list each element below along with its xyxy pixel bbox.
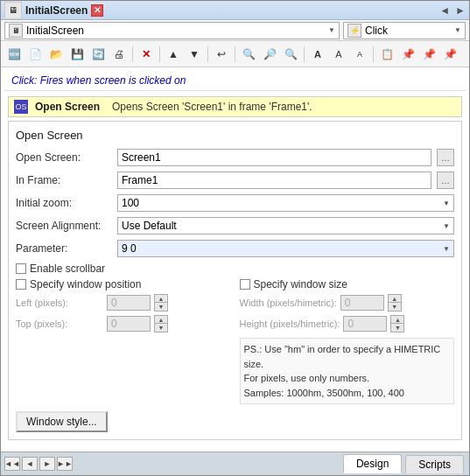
open-screen-input[interactable]: Screen1 (117, 149, 431, 166)
toolbar-print[interactable]: 🖨 (109, 45, 129, 64)
window-icon: 🖥 (4, 2, 22, 19)
initial-zoom-select[interactable]: 100 ▼ (117, 194, 454, 212)
bottom-nav: ◄◄ ◄ ► ►► Design Scripts (1, 452, 469, 475)
toolbar-down[interactable]: ▼ (185, 45, 204, 64)
height-down-arrow[interactable]: ▼ (391, 324, 403, 332)
screen-dropdown-arrow: ▼ (328, 26, 335, 34)
event-dropdown[interactable]: ⚡ Click ▼ (343, 22, 466, 39)
height-up-arrow[interactable]: ▲ (391, 316, 403, 324)
tab-scripts[interactable]: Scripts (405, 455, 464, 473)
open-screen-row: Open Screen: Screen1 … (16, 149, 454, 166)
top-input[interactable]: 0 (107, 316, 151, 332)
toolbar-text3[interactable]: A (350, 45, 369, 64)
event-dropdown-arrow: ▼ (454, 26, 461, 34)
width-spinner-arrows: ▲ ▼ (388, 294, 402, 312)
enable-scrollbar-label: Enable scrollbar (30, 262, 105, 275)
left-down-arrow[interactable]: ▼ (155, 303, 167, 311)
left-input[interactable]: 0 (107, 295, 151, 311)
nav-next[interactable]: ► (39, 457, 55, 471)
event-dropdown-value: Click (365, 24, 388, 37)
toolbar-clip2[interactable]: 📌 (398, 45, 417, 64)
right-arrow[interactable]: ► (455, 4, 466, 17)
screen-dropdown[interactable]: 🖥 InitialScreen ▼ (4, 22, 340, 39)
in-frame-row: In Frame: Frame1 … (16, 172, 454, 189)
nav-arrows: ◄ ► (439, 4, 466, 17)
toolbar-sep5 (304, 46, 305, 62)
screen-alignment-select[interactable]: Use Default ▼ (117, 217, 454, 234)
toolbar-file1[interactable]: 📄 (25, 45, 45, 64)
action-desc: Opens Screen 'Screen1' in frame 'Frame1'… (112, 101, 312, 113)
main-window: 🖥 InitialScreen ✕ ◄ ► 🖥 InitialScreen ▼ … (0, 0, 470, 476)
in-frame-browse[interactable]: … (437, 172, 454, 189)
toolbar-clip4[interactable]: 📌 (440, 45, 459, 64)
left-arrow[interactable]: ◄ (439, 4, 450, 17)
toolbar-up[interactable]: ▲ (164, 45, 183, 64)
toolbar-find2[interactable]: 🔎 (260, 45, 279, 64)
left-spinner-row: Left (pixels): 0 ▲ ▼ (16, 294, 231, 312)
parameter-value: 9 0 (122, 242, 137, 255)
in-frame-input[interactable]: Frame1 (117, 172, 431, 189)
toolbar-text2[interactable]: A (329, 45, 348, 64)
dropdown-row: 🖥 InitialScreen ▼ ⚡ Click ▼ (1, 20, 469, 41)
toolbar-open[interactable]: 📂 (46, 45, 66, 64)
screen-alignment-value: Use Default (122, 220, 177, 232)
toolbar-sep3 (207, 46, 208, 62)
top-up-arrow[interactable]: ▲ (155, 316, 167, 324)
top-spinner-arrows: ▲ ▼ (154, 315, 168, 332)
height-value: 0 (347, 318, 354, 330)
specify-size-label: Specify window size (254, 278, 347, 290)
content-area: Click: Fires when screen is clicked on O… (1, 67, 469, 452)
specify-position-checkbox[interactable] (16, 279, 26, 290)
toolbar-clip1[interactable]: 📋 (377, 45, 396, 64)
note-text: PS.: Use "hm" in order to specify a HIME… (240, 338, 455, 404)
height-input[interactable]: 0 (343, 316, 387, 332)
parameter-input[interactable]: 9 0 ▼ (117, 240, 454, 257)
initial-zoom-arrow: ▼ (443, 200, 450, 207)
bottom-area: ◄◄ ◄ ► ►► Design Scripts (1, 452, 469, 475)
toolbar-save[interactable]: 💾 (67, 45, 87, 64)
in-frame-value: Frame1 (122, 174, 158, 186)
width-up-arrow[interactable]: ▲ (389, 295, 401, 303)
nav-first[interactable]: ◄◄ (4, 457, 20, 471)
toolbar-text1[interactable]: A (308, 45, 327, 64)
top-down-arrow[interactable]: ▼ (155, 324, 167, 332)
toolbar-find3[interactable]: 🔍 (281, 45, 300, 64)
toolbar-delete[interactable]: ✕ (137, 45, 156, 64)
section-title: Open Screen (16, 129, 454, 142)
width-down-arrow[interactable]: ▼ (389, 303, 401, 311)
toolbar-undo[interactable]: ↩ (212, 45, 231, 64)
left-up-arrow[interactable]: ▲ (155, 295, 167, 303)
specify-size-row: Specify window size (240, 278, 455, 290)
screen-alignment-row: Screen Alignment: Use Default ▼ (16, 217, 454, 234)
toolbar-sep2 (159, 46, 160, 62)
title-bar: 🖥 InitialScreen ✕ ◄ ► (1, 1, 469, 20)
initial-zoom-value: 100 (122, 197, 139, 209)
toolbar-clip3[interactable]: 📌 (419, 45, 438, 64)
parameter-label: Parameter: (16, 242, 112, 255)
open-screen-browse[interactable]: … (437, 149, 454, 166)
enable-scrollbar-checkbox[interactable] (16, 263, 26, 274)
initial-zoom-row: Initial zoom: 100 ▼ (16, 194, 454, 212)
toolbar-refresh[interactable]: 🔄 (88, 45, 108, 64)
nav-prev[interactable]: ◄ (22, 457, 38, 471)
toolbar-find1[interactable]: 🔍 (239, 45, 258, 64)
action-icon: OS (14, 100, 28, 114)
open-screen-label: Open Screen: (16, 151, 112, 164)
action-list-header: OS Open Screen Opens Screen 'Screen1' in… (8, 96, 462, 117)
specify-size-checkbox[interactable] (240, 279, 250, 290)
parameter-arrow: ▼ (443, 245, 450, 253)
height-spinner-row: Height (pixels/himetric): 0 ▲ ▼ (240, 315, 455, 332)
top-spinner-row: Top (pixels): 0 ▲ ▼ (16, 315, 231, 332)
width-input[interactable]: 0 (340, 295, 384, 311)
size-col: Specify window size Width (pixels/himetr… (240, 278, 455, 404)
toolbar-new[interactable]: 🆕 (4, 45, 24, 64)
tab-design[interactable]: Design (343, 454, 402, 473)
width-value: 0 (345, 297, 351, 309)
close-button[interactable]: ✕ (91, 4, 103, 17)
specify-position-row: Specify window position (16, 278, 231, 290)
in-frame-label: In Frame: (16, 174, 112, 186)
top-label: Top (pixels): (16, 318, 103, 329)
nav-last[interactable]: ►► (57, 457, 73, 471)
screen-alignment-label: Screen Alignment: (16, 220, 112, 232)
window-style-button[interactable]: Window style... (16, 411, 108, 432)
